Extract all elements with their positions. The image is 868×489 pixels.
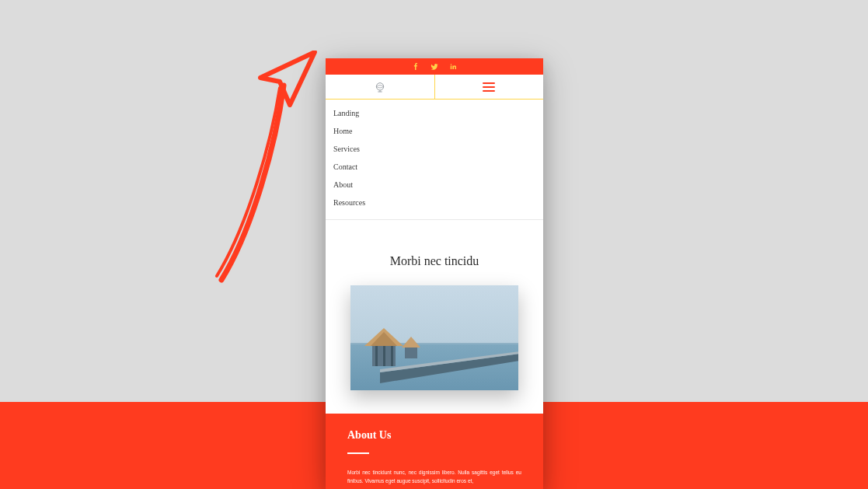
nav-item-contact[interactable]: Contact xyxy=(326,158,543,176)
logo-cell[interactable] xyxy=(326,75,435,99)
svg-rect-9 xyxy=(383,346,385,366)
svg-rect-10 xyxy=(391,346,393,366)
hero-title: Morbi nec tincidu xyxy=(340,254,529,268)
about-section: About Us Morbi nec tincidunt nunc, nec d… xyxy=(326,414,543,489)
social-bar xyxy=(326,58,543,75)
svg-point-0 xyxy=(376,82,383,89)
nav-item-home[interactable]: Home xyxy=(326,122,543,140)
nav-item-landing[interactable]: Landing xyxy=(326,104,543,122)
nav-item-resources[interactable]: Resources xyxy=(326,194,543,211)
menu-toggle[interactable] xyxy=(435,75,544,99)
hero-image xyxy=(350,285,518,390)
about-title: About Us xyxy=(347,429,521,442)
annotation-arrow xyxy=(206,51,330,284)
hero-image-card xyxy=(350,285,518,390)
hero-section: Morbi nec tincidu xyxy=(326,220,543,398)
svg-rect-8 xyxy=(375,346,378,366)
mobile-header xyxy=(326,75,543,100)
nav-item-services[interactable]: Services xyxy=(326,140,543,158)
mobile-nav: Landing Home Services Contact About Reso… xyxy=(326,100,543,220)
facebook-icon[interactable] xyxy=(412,63,420,71)
svg-rect-14 xyxy=(405,348,417,358)
nav-item-about[interactable]: About xyxy=(326,176,543,194)
page-background: Landing Home Services Contact About Reso… xyxy=(0,0,868,489)
about-divider xyxy=(347,452,369,454)
about-body: Morbi nec tincidunt nunc, nec dignissim … xyxy=(347,468,521,485)
hamburger-icon xyxy=(483,82,495,92)
mobile-preview: Landing Home Services Contact About Reso… xyxy=(326,58,543,489)
linkedin-icon[interactable] xyxy=(449,63,457,71)
logo-icon xyxy=(373,80,387,94)
twitter-icon[interactable] xyxy=(431,63,438,71)
